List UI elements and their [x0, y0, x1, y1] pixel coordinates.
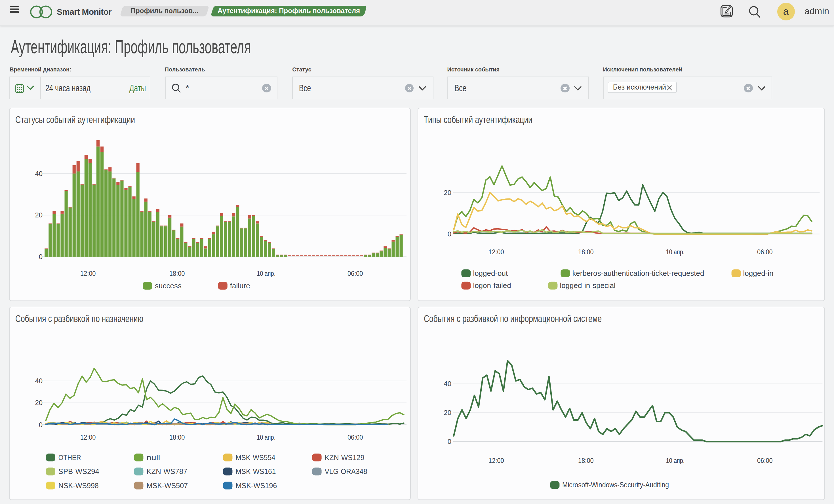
svg-text:VLG-ORA348: VLG-ORA348 [325, 467, 367, 475]
svg-text:Microsoft-Windows-Security-Aud: Microsoft-Windows-Security-Auditing [563, 480, 669, 489]
svg-text:logged-out: logged-out [473, 269, 508, 277]
svg-text:06:00: 06:00 [348, 270, 364, 277]
svg-text:kerberos-authentication-ticket: kerberos-authentication-ticket-requested [572, 269, 704, 277]
svg-text:20: 20 [444, 189, 452, 197]
svg-text:KZN-WS787: KZN-WS787 [147, 467, 188, 475]
svg-text:MSK-WS554: MSK-WS554 [236, 453, 276, 461]
svg-text:logged-in-special: logged-in-special [560, 281, 616, 290]
svg-text:06:00: 06:00 [348, 433, 364, 441]
svg-text:null: null [147, 453, 160, 461]
svg-text:40: 40 [35, 377, 43, 384]
svg-text:NSK-WS998: NSK-WS998 [59, 481, 99, 489]
svg-text:MSK-WS161: MSK-WS161 [236, 467, 276, 475]
svg-text:06:00: 06:00 [758, 248, 773, 256]
svg-text:06:00: 06:00 [758, 456, 773, 464]
svg-text:10 апр.: 10 апр. [666, 456, 685, 464]
svg-text:18:00: 18:00 [170, 433, 185, 441]
svg-text:10 апр.: 10 апр. [257, 270, 276, 277]
svg-text:12:00: 12:00 [81, 270, 96, 277]
svg-text:20: 20 [35, 398, 43, 406]
svg-text:0: 0 [448, 437, 451, 445]
svg-text:logon-failed: logon-failed [473, 281, 511, 290]
svg-text:MSK-WS507: MSK-WS507 [147, 481, 188, 489]
svg-text:KZN-WS129: KZN-WS129 [325, 453, 365, 461]
svg-text:SPB-WS294: SPB-WS294 [59, 467, 100, 475]
svg-text:40: 40 [35, 170, 43, 178]
svg-text:OTHER: OTHER [59, 453, 82, 461]
svg-text:12:00: 12:00 [81, 433, 96, 441]
svg-text:logged-in: logged-in [743, 269, 773, 277]
svg-text:20: 20 [444, 409, 452, 416]
svg-text:20: 20 [35, 211, 43, 219]
svg-text:18:00: 18:00 [578, 248, 594, 256]
svg-text:failure: failure [231, 281, 250, 290]
svg-text:18:00: 18:00 [170, 270, 185, 277]
svg-text:0: 0 [448, 230, 451, 238]
svg-text:40: 40 [444, 380, 452, 387]
svg-text:0: 0 [39, 253, 43, 261]
svg-text:12:00: 12:00 [489, 248, 504, 256]
svg-text:10 апр.: 10 апр. [257, 433, 276, 441]
svg-text:success: success [155, 281, 182, 290]
svg-text:MSK-WS196: MSK-WS196 [236, 481, 277, 489]
svg-text:18:00: 18:00 [578, 456, 594, 464]
svg-text:0: 0 [39, 421, 43, 428]
svg-text:10 апр.: 10 апр. [666, 248, 685, 256]
svg-text:12:00: 12:00 [489, 456, 504, 464]
